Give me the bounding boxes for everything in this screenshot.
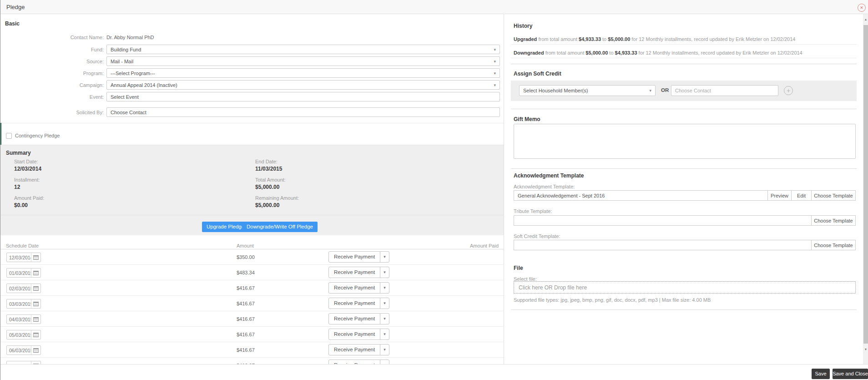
chevron-down-icon: ▾ xyxy=(649,88,651,93)
pledge-actions-band: Upgrade Pledge Downgrade/Write Off Pledg… xyxy=(0,215,504,235)
or-label: OR xyxy=(661,87,669,93)
summary-remaining-amount: Remaining Amount: $5,000.00 xyxy=(255,195,299,208)
contingency-pledge-checkbox[interactable] xyxy=(6,133,12,139)
chevron-down-icon: ▾ xyxy=(494,83,496,87)
vertical-scrollbar[interactable]: ▲ ▼ xyxy=(863,14,868,364)
green-accent-strip xyxy=(0,123,1,145)
file-dropzone[interactable]: Click here OR Drop file here xyxy=(514,281,856,294)
solicited-by-input[interactable] xyxy=(106,107,500,117)
calendar-button[interactable] xyxy=(31,315,40,324)
table-row: $350.00 Receive Payment ▾ xyxy=(0,249,504,265)
preview-button[interactable]: Preview xyxy=(768,190,792,201)
calendar-button[interactable] xyxy=(31,284,40,293)
acknowledgment-template-label: Acknowledgment Template: xyxy=(514,184,575,189)
save-and-close-button[interactable]: Save and Close xyxy=(833,369,868,379)
schedule-date-input[interactable] xyxy=(7,315,31,324)
summary-total-amount: Total Amount: $5,000.00 xyxy=(255,177,286,190)
chevron-down-icon[interactable]: ▾ xyxy=(380,314,389,324)
schedule-date-field[interactable] xyxy=(6,345,41,355)
tribute-template-input[interactable] xyxy=(514,215,812,226)
receive-payment-button[interactable]: Receive Payment ▾ xyxy=(328,251,389,263)
calendar-button[interactable] xyxy=(31,269,40,277)
schedule-date-field[interactable] xyxy=(6,361,41,364)
source-select-value: Mail - Mail xyxy=(111,59,133,64)
scroll-down-icon[interactable]: ▼ xyxy=(863,348,868,351)
chevron-down-icon[interactable]: ▾ xyxy=(380,345,389,355)
amount-value: $350.00 xyxy=(237,254,255,260)
gift-memo-textarea[interactable] xyxy=(514,124,856,159)
section-divider xyxy=(511,309,857,310)
schedule-date-input[interactable] xyxy=(7,253,31,262)
save-button[interactable]: Save xyxy=(812,369,830,379)
schedule-date-field[interactable] xyxy=(6,253,41,262)
calendar-button[interactable] xyxy=(31,330,40,339)
program-select[interactable]: ---Select Program--- ▾ xyxy=(106,68,500,78)
fund-select[interactable]: Building Fund ▾ xyxy=(106,45,500,54)
page-title: Pledge xyxy=(6,4,25,10)
chevron-down-icon[interactable]: ▾ xyxy=(380,267,389,278)
calendar-button[interactable] xyxy=(31,299,40,308)
receive-payment-button[interactable]: Receive Payment ▾ xyxy=(328,313,389,324)
chevron-down-icon[interactable]: ▾ xyxy=(380,329,389,339)
solicited-by-label: Solicited By: xyxy=(6,110,104,115)
contact-name-label: Contact Name: xyxy=(6,35,104,40)
schedule-date-input[interactable] xyxy=(7,330,31,339)
pledge-left-panel: Basic Contact Name: Dr. Abby Normal PhD … xyxy=(0,14,504,364)
schedule-date-input[interactable] xyxy=(7,346,31,355)
chevron-down-icon[interactable]: ▾ xyxy=(380,360,389,364)
calendar-button[interactable] xyxy=(31,253,40,262)
household-member-select[interactable]: Select Household Member(s) ▾ xyxy=(519,85,656,96)
scroll-up-icon[interactable]: ▲ xyxy=(863,18,868,21)
program-label: Program: xyxy=(6,71,104,76)
history-row-divider xyxy=(511,44,857,45)
add-soft-credit-button[interactable]: + xyxy=(784,86,793,95)
source-label: Source: xyxy=(6,59,104,64)
receive-payment-button[interactable]: Receive Payment ▾ xyxy=(328,344,389,355)
receive-payment-button[interactable]: Receive Payment ▾ xyxy=(328,298,389,309)
calendar-icon xyxy=(33,286,39,291)
schedule-date-field[interactable] xyxy=(6,314,41,324)
schedule-date-input[interactable] xyxy=(7,299,31,308)
column-header-schedule-date: Schedule Date xyxy=(6,243,39,248)
pledge-right-panel: History Upgraded from total amount $4,93… xyxy=(505,14,862,364)
close-button[interactable]: ✕ xyxy=(858,4,866,12)
downgrade-pledge-button[interactable]: Downgrade/Write Off Pledge xyxy=(242,222,318,232)
receive-payment-button[interactable]: Receive Payment ▾ xyxy=(328,360,389,364)
acknowledgment-heading: Acknowledgment Template xyxy=(514,172,584,179)
choose-template-button[interactable]: Choose Template xyxy=(812,190,856,201)
campaign-select[interactable]: Annual Appeal 2014 (Inactive) ▾ xyxy=(106,80,500,90)
source-select[interactable]: Mail - Mail ▾ xyxy=(106,56,500,66)
modal-header: Pledge xyxy=(0,0,868,14)
edit-button[interactable]: Edit xyxy=(792,190,812,201)
section-divider xyxy=(0,123,504,123)
receive-payment-button[interactable]: Receive Payment ▾ xyxy=(328,282,389,294)
choose-contact-input[interactable] xyxy=(671,85,778,96)
soft-credit-template-input[interactable] xyxy=(514,240,812,250)
choose-template-button[interactable]: Choose Template xyxy=(812,215,856,226)
scrollbar-thumb[interactable] xyxy=(863,25,868,344)
choose-template-button[interactable]: Choose Template xyxy=(812,240,856,250)
receive-payment-button[interactable]: Receive Payment ▾ xyxy=(328,267,389,278)
chevron-down-icon: ▾ xyxy=(494,47,496,52)
section-divider xyxy=(511,168,857,169)
soft-credit-box: Select Household Member(s) ▾ OR + xyxy=(511,81,857,101)
household-member-select-value: Select Household Member(s) xyxy=(523,88,588,93)
schedule-date-input[interactable] xyxy=(7,284,31,293)
schedule-date-field[interactable] xyxy=(6,299,41,309)
summary-start-date: Start Date: 12/03/2014 xyxy=(14,159,41,172)
amount-value: $416.67 xyxy=(237,301,255,306)
chevron-down-icon[interactable]: ▾ xyxy=(380,283,389,293)
chevron-down-icon[interactable]: ▾ xyxy=(380,298,389,309)
schedule-date-field[interactable] xyxy=(6,330,41,339)
chevron-down-icon[interactable]: ▾ xyxy=(380,252,389,262)
pledge-modal: Pledge ✕ Basic Contact Name: Dr. Abby No… xyxy=(0,0,868,380)
schedule-date-input[interactable] xyxy=(7,269,31,277)
section-divider xyxy=(511,109,857,109)
acknowledgment-template-input[interactable]: General Acknowledgement - Sept 2016 xyxy=(514,190,768,201)
receive-payment-button[interactable]: Receive Payment ▾ xyxy=(328,329,389,340)
calendar-icon xyxy=(33,271,39,275)
calendar-button[interactable] xyxy=(31,346,40,355)
schedule-date-field[interactable] xyxy=(6,284,41,293)
event-input[interactable] xyxy=(106,92,500,101)
schedule-date-field[interactable] xyxy=(6,268,41,278)
